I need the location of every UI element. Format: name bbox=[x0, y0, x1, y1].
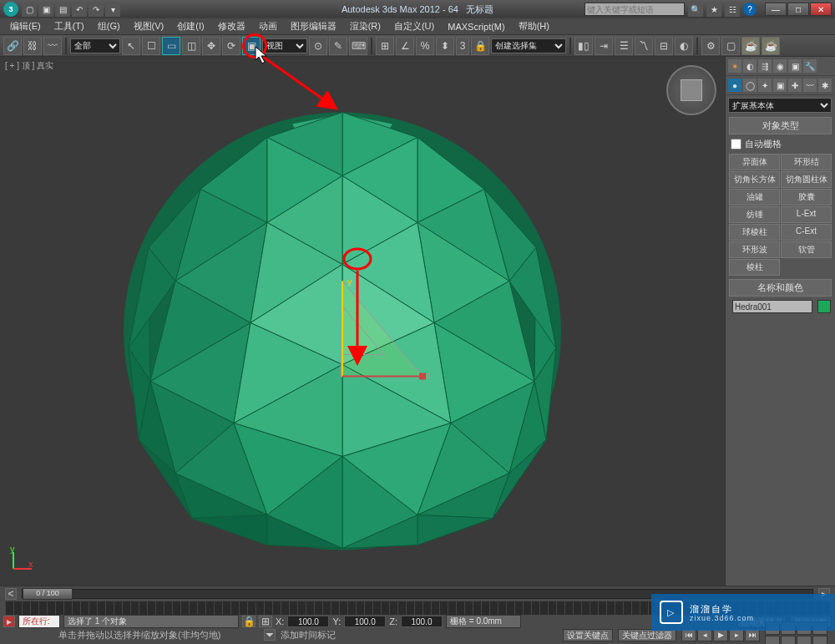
scale-icon[interactable]: ▣ bbox=[242, 37, 261, 55]
create-helpers-icon[interactable]: ✚ bbox=[788, 79, 802, 92]
named-selection-sets-input[interactable]: 创建选择集 bbox=[491, 38, 566, 53]
type-ringwave-button[interactable]: 环形波 bbox=[729, 241, 780, 258]
ref-coord-dropdown[interactable]: 视图 bbox=[262, 38, 307, 53]
type-hose-button[interactable]: 软管 bbox=[781, 241, 832, 258]
qat-open-icon[interactable]: ▣ bbox=[38, 2, 53, 17]
comm-center-icon[interactable]: ☷ bbox=[725, 2, 740, 17]
snap-2d-icon[interactable]: ⊞ bbox=[376, 37, 394, 55]
spinner-snap-icon[interactable]: ⬍ bbox=[436, 37, 454, 55]
keyboard-shortcut-icon[interactable]: ⌨ bbox=[349, 37, 367, 55]
menu-modifiers[interactable]: 修改器 bbox=[211, 20, 252, 33]
type-cext-button[interactable]: C-Ext bbox=[781, 224, 832, 241]
schematic-view-icon[interactable]: ⊟ bbox=[655, 37, 673, 55]
minimize-button[interactable]: — bbox=[765, 3, 787, 16]
create-shapes-icon[interactable]: ◯ bbox=[743, 79, 757, 92]
add-time-tag-label[interactable]: 添加时间标记 bbox=[281, 629, 336, 641]
type-gengon-button[interactable]: 球棱柱 bbox=[729, 224, 780, 241]
menu-edit[interactable]: 编辑(E) bbox=[3, 20, 48, 33]
layers-icon[interactable]: ☰ bbox=[615, 37, 633, 55]
menu-maxscript[interactable]: MAXScript(M) bbox=[441, 22, 511, 32]
script-listener-icon[interactable]: ▸ bbox=[3, 616, 15, 627]
coord-z-input[interactable] bbox=[401, 616, 443, 627]
bind-spacewarp-icon[interactable]: 〰 bbox=[43, 37, 62, 55]
maximize-button[interactable]: □ bbox=[787, 3, 809, 16]
rotate-icon[interactable]: ⟳ bbox=[222, 37, 240, 55]
type-capsule-button[interactable]: 胶囊 bbox=[781, 189, 832, 205]
named-selection-lock-icon[interactable]: 🔒 bbox=[471, 37, 489, 55]
create-spacewarps-icon[interactable]: 〰 bbox=[803, 79, 817, 92]
tab-utilities-icon[interactable]: 🔧 bbox=[803, 59, 817, 73]
lock-selection-icon[interactable]: 🔒 bbox=[242, 616, 256, 627]
fov-icon[interactable] bbox=[765, 636, 780, 645]
render-frame-icon[interactable]: ▢ bbox=[721, 37, 740, 55]
close-button[interactable]: ✕ bbox=[810, 3, 832, 16]
tab-modify-icon[interactable]: ◐ bbox=[743, 59, 757, 73]
search-icon[interactable]: 🔍 bbox=[688, 2, 703, 17]
type-chamfer-box-button[interactable]: 切角长方体 bbox=[729, 171, 780, 188]
curve-editor-icon[interactable]: 〽 bbox=[635, 37, 653, 55]
select-by-name-icon[interactable]: ☐ bbox=[142, 37, 160, 55]
menu-tools[interactable]: 工具(T) bbox=[48, 20, 91, 33]
qat-dropdown-icon[interactable]: ▾ bbox=[105, 2, 120, 17]
viewcube[interactable] bbox=[666, 65, 716, 115]
menu-group[interactable]: 组(G) bbox=[91, 20, 127, 33]
orbit-icon[interactable] bbox=[797, 636, 812, 645]
setkey-button[interactable]: 设置关键点 bbox=[563, 629, 613, 641]
create-systems-icon[interactable]: ✱ bbox=[818, 79, 832, 92]
type-hedra-button[interactable]: 异面体 bbox=[729, 154, 780, 170]
timeline-toggle-icon[interactable]: < bbox=[5, 588, 17, 600]
select-region-icon[interactable]: ▭ bbox=[162, 37, 180, 55]
move-icon[interactable]: ✥ bbox=[202, 37, 220, 55]
pan-icon[interactable] bbox=[781, 636, 796, 645]
qat-new-icon[interactable]: ▢ bbox=[22, 2, 37, 17]
viewport-label[interactable]: [ + ] 顶 ] 真实 bbox=[5, 60, 53, 72]
maximize-viewport-icon[interactable] bbox=[812, 636, 827, 645]
create-cameras-icon[interactable]: ▣ bbox=[773, 79, 787, 92]
manipulate-icon[interactable]: ✎ bbox=[329, 37, 347, 55]
unlink-icon[interactable]: ⛓ bbox=[23, 37, 42, 55]
autogrid-checkbox[interactable] bbox=[731, 139, 741, 150]
menu-rendering[interactable]: 渲染(R) bbox=[343, 20, 387, 33]
rollup-object-type[interactable]: 对象类型 bbox=[729, 117, 832, 134]
material-editor-icon[interactable]: ◐ bbox=[675, 37, 693, 55]
type-torus-knot-button[interactable]: 环形结 bbox=[781, 154, 832, 170]
time-tag-icon[interactable]: ⏷ bbox=[264, 629, 276, 641]
create-lights-icon[interactable]: ✦ bbox=[758, 79, 772, 92]
snap-percent-icon[interactable]: % bbox=[416, 37, 434, 55]
link-icon[interactable]: 🔗 bbox=[3, 37, 22, 55]
menu-create[interactable]: 创建(I) bbox=[170, 20, 210, 33]
tab-hierarchy-icon[interactable]: ⇶ bbox=[758, 59, 772, 73]
qat-undo-icon[interactable]: ↶ bbox=[72, 2, 87, 17]
favorites-icon[interactable]: ★ bbox=[706, 2, 721, 17]
menu-customize[interactable]: 自定义(U) bbox=[387, 20, 441, 33]
render-setup-icon[interactable]: ⚙ bbox=[701, 37, 720, 55]
menu-animation[interactable]: 动画 bbox=[252, 20, 284, 33]
tab-create-icon[interactable]: ✶ bbox=[728, 59, 741, 73]
tab-display-icon[interactable]: ▣ bbox=[788, 59, 802, 73]
coord-y-input[interactable] bbox=[344, 616, 386, 627]
align-icon[interactable]: ⇥ bbox=[595, 37, 613, 55]
type-prism-button[interactable]: 棱柱 bbox=[729, 259, 780, 276]
object-category-dropdown[interactable]: 扩展基本体 bbox=[728, 98, 832, 113]
rollup-name-color[interactable]: 名称和颜色 bbox=[729, 279, 832, 297]
type-oiltank-button[interactable]: 油罐 bbox=[729, 189, 780, 205]
render-last-icon[interactable]: ☕ bbox=[762, 37, 780, 55]
object-color-swatch[interactable] bbox=[817, 300, 831, 313]
absolute-transform-icon[interactable]: ⊞ bbox=[259, 616, 272, 627]
qat-redo-icon[interactable]: ↷ bbox=[89, 2, 104, 17]
app-logo-icon[interactable]: 3 bbox=[3, 2, 18, 17]
tab-motion-icon[interactable]: ◉ bbox=[773, 59, 787, 73]
help-search-input[interactable] bbox=[584, 3, 685, 16]
snap-angle-icon[interactable]: ∠ bbox=[396, 37, 414, 55]
menu-view[interactable]: 视图(V) bbox=[127, 20, 171, 33]
time-slider-thumb[interactable]: 0 / 100 bbox=[23, 588, 73, 600]
menu-graph-editors[interactable]: 图形编辑器 bbox=[284, 20, 343, 33]
mirror-icon[interactable]: ▮▯ bbox=[574, 37, 593, 55]
menu-help[interactable]: 帮助(H) bbox=[512, 20, 556, 33]
pivot-icon[interactable]: ⊙ bbox=[309, 37, 327, 55]
qat-save-icon[interactable]: ▤ bbox=[55, 2, 70, 17]
select-icon[interactable]: ↖ bbox=[122, 37, 140, 55]
viewport-top-realistic[interactable]: [ + ] 顶 ] 真实 bbox=[0, 57, 725, 586]
create-geometry-icon[interactable]: ● bbox=[728, 79, 741, 92]
snap-3d-icon[interactable]: 3 bbox=[456, 37, 469, 55]
